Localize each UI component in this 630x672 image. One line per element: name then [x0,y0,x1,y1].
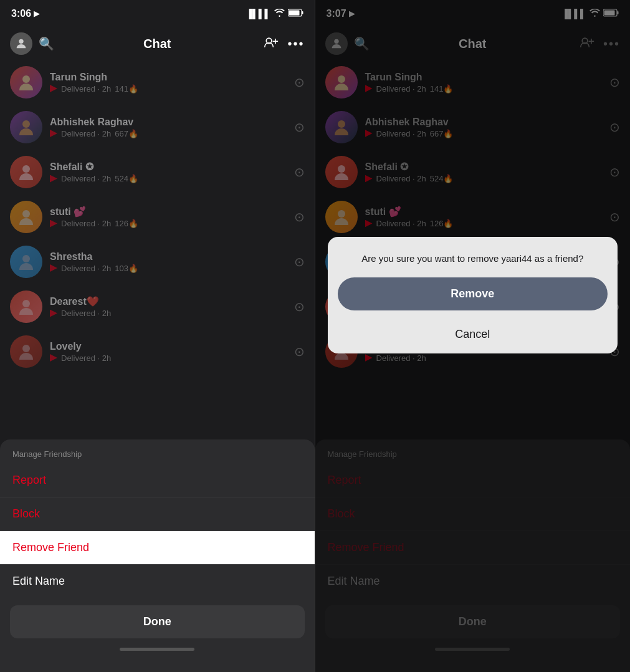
chat-sub-dearest: Delivered · 2h [50,309,287,318]
chat-sub-stuti: Delivered · 2h 126🔥 [50,219,287,228]
delivered-text-shefali: Delivered · 2h [61,174,111,183]
chat-name-tarun: Tarun Singh [50,72,287,83]
chat-sub-tarun: Delivered · 2h 141🔥 [50,84,287,94]
delivered-text-tarun: Delivered · 2h [61,84,111,94]
avatar-abhishek [10,111,42,143]
left-chat-list: Tarun Singh Delivered · 2h 141🔥 ⊙ Abhish… [0,60,315,374]
chat-sub-lovely: Delivered · 2h [50,353,287,363]
avatar-shrestha [10,246,42,278]
chat-name-abhishek: Abhishek Raghav [50,117,287,128]
right-phone-panel: 3:07 ▶ ▐▌▌▌ 🔍 Chat ••• [315,0,631,672]
confirm-dialog: Are you sure you want to remove yaari44 … [328,237,618,353]
delivered-icon-tarun [50,85,57,92]
avatar-dearest [10,290,42,323]
svg-point-8 [22,120,30,128]
left-status-bar: 3:06 ▶ ▐▌▌▌ [0,0,315,27]
dialog-message: Are you sure you want to remove yaari44 … [328,237,618,275]
svg-point-13 [22,345,30,352]
chat-item-shefali[interactable]: Shefali ✪ Delivered · 2h 524🔥 ⊙ [0,150,315,194]
wifi-icon [274,9,285,19]
chat-name-dearest: Dearest❤️ [50,295,287,307]
left-home-bar [120,648,194,651]
delivered-text-stuti: Delivered · 2h [61,219,111,228]
left-time: 3:06 ▶ [11,8,39,19]
left-phone-panel: 3:06 ▶ ▐▌▌▌ 🔍 Chat ••• [0,0,315,672]
left-bottom-sheet: Manage Friendship Report Block Remove Fr… [0,439,315,672]
camera-icon-tarun[interactable]: ⊙ [294,75,305,90]
delivered-icon-lovely [50,354,57,362]
camera-icon-abhishek[interactable]: ⊙ [294,120,305,135]
chat-name-shefali: Shefali ✪ [50,161,287,173]
add-friend-icon[interactable] [264,36,279,52]
signal-icon: ▐▌▌▌ [246,9,271,19]
user-avatar[interactable] [10,32,32,55]
streak-shefali: 524🔥 [115,174,138,183]
chat-name-lovely: Lovely [50,341,287,352]
chat-info-shefali: Shefali ✪ Delivered · 2h 524🔥 [50,161,287,183]
chat-info-tarun: Tarun Singh Delivered · 2h 141🔥 [50,72,287,94]
svg-point-7 [22,75,30,83]
delivered-text-lovely: Delivered · 2h [61,353,111,363]
dialog-cancel-button[interactable]: Cancel [328,320,618,353]
chat-item-tarun[interactable]: Tarun Singh Delivered · 2h 141🔥 ⊙ [0,60,315,105]
battery-icon [288,9,303,19]
left-sheet-remove-friend[interactable]: Remove Friend [0,531,315,565]
svg-point-11 [22,255,30,262]
avatar-shefali [10,156,42,188]
svg-point-3 [19,39,23,44]
left-header-title: Chat [143,37,171,51]
chat-name-shrestha: Shrestha [50,251,287,262]
streak-abhishek: 667🔥 [115,129,138,138]
chat-item-abhishek[interactable]: Abhishek Raghav Delivered · 2h 667🔥 ⊙ [0,105,315,150]
streak-stuti: 126🔥 [115,219,138,228]
chat-sub-shefali: Delivered · 2h 524🔥 [50,174,287,183]
camera-icon-stuti[interactable]: ⊙ [294,209,305,224]
svg-rect-1 [289,11,299,16]
streak-tarun: 141🔥 [115,84,138,94]
streak-shrestha: 103🔥 [115,264,138,273]
chat-item-shrestha[interactable]: Shrestha Delivered · 2h 103🔥 ⊙ [0,239,315,284]
left-sheet-section-title: Manage Friendship [0,439,315,464]
delivered-text-abhishek: Delivered · 2h [61,129,111,138]
camera-icon-lovely[interactable]: ⊙ [294,344,305,359]
left-home-indicator [0,638,315,660]
chat-info-abhishek: Abhishek Raghav Delivered · 2h 667🔥 [50,117,287,138]
chat-item-stuti[interactable]: stuti 💕 Delivered · 2h 126🔥 ⊙ [0,194,315,239]
left-header-icons: ••• [264,36,304,52]
svg-point-10 [22,210,30,218]
chat-info-stuti: stuti 💕 Delivered · 2h 126🔥 [50,206,287,228]
chat-sub-abhishek: Delivered · 2h 667🔥 [50,129,287,138]
left-chat-header: 🔍 Chat ••• [0,27,315,60]
left-header-left: 🔍 [10,32,54,55]
left-sheet-edit-name[interactable]: Edit Name [0,565,315,598]
left-search-icon[interactable]: 🔍 [39,36,54,51]
left-status-icons: ▐▌▌▌ [246,9,303,19]
chat-sub-shrestha: Delivered · 2h 103🔥 [50,264,287,273]
left-sheet-block[interactable]: Block [0,497,315,531]
delivered-text-dearest: Delivered · 2h [61,309,111,318]
left-sheet-done[interactable]: Done [10,605,305,638]
svg-point-12 [22,300,30,307]
avatar-lovely [10,335,42,368]
delivered-icon-abhishek [50,130,57,137]
avatar-tarun [10,66,42,98]
left-sheet-report[interactable]: Report [0,464,315,497]
dialog-remove-button[interactable]: Remove [338,277,608,310]
chat-info-dearest: Dearest❤️ Delivered · 2h [50,295,287,318]
avatar-stuti [10,201,42,233]
delivered-icon-shefali [50,175,57,183]
chat-info-lovely: Lovely Delivered · 2h [50,341,287,363]
delivered-text-shrestha: Delivered · 2h [61,264,111,273]
chat-name-stuti: stuti 💕 [50,206,287,218]
camera-icon-shrestha[interactable]: ⊙ [294,254,305,269]
camera-icon-shefali[interactable]: ⊙ [294,165,305,180]
svg-rect-2 [302,11,303,14]
chat-item-dearest[interactable]: Dearest❤️ Delivered · 2h ⊙ [0,284,315,329]
chat-item-lovely[interactable]: Lovely Delivered · 2h ⊙ [0,329,315,374]
svg-point-9 [22,165,30,173]
delivered-icon-stuti [50,220,57,228]
time-text: 3:06 [11,8,31,19]
more-options-icon[interactable]: ••• [287,37,304,51]
delivered-icon-dearest [50,310,57,317]
camera-icon-dearest[interactable]: ⊙ [294,299,305,314]
